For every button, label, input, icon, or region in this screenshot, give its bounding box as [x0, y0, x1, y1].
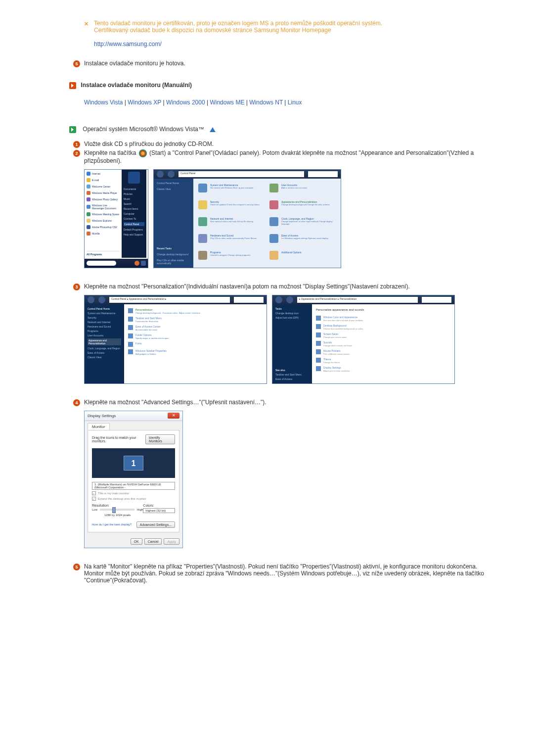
cp-side-classic: Classic View: [157, 188, 190, 190]
os-title-text: Operační systém Microsoft® Windows Vista…: [83, 126, 204, 133]
display-settings-window: Display Settings ✕ Monitor Drag the icon…: [84, 411, 183, 548]
cp-cat-additional: Additional Options: [269, 251, 336, 263]
ds-close-icon: ✕: [168, 413, 179, 419]
cp-cat-appearance: Appearance and PersonalizationChange des…: [269, 200, 336, 212]
sm-r-connect: Connect To: [124, 217, 144, 220]
cp-side-home: Control Panel Home: [157, 182, 190, 185]
pw-back-icon: [275, 296, 282, 303]
aw-side-2: Security: [88, 316, 121, 319]
badge-4: 4: [73, 399, 80, 406]
aw-side-4: Hardware and Sound: [88, 325, 121, 328]
badge-5b: 5: [73, 564, 80, 570]
os-links-row: Windows Vista | Windows XP | Windows 200…: [84, 99, 494, 106]
sm-avatar: [128, 172, 140, 184]
ds-cb-main: ✓This is my main monitor: [92, 491, 175, 495]
samsung-link[interactable]: http://www.samsung.com/: [94, 41, 162, 47]
aw-item-folder: Folder OptionsSpecify single- or double-…: [128, 333, 263, 339]
cp-cat-ease: Ease of AccessLet Windows suggest settin…: [269, 234, 336, 246]
ds-help-link: How do I get the best display?: [92, 523, 132, 526]
section-arrow-icon: [69, 82, 76, 89]
personalization-window: ▸ Appearance and Personalization ▸ Perso…: [272, 295, 455, 384]
sm-r-controlpanel: Control Panel: [124, 222, 144, 226]
cp-cat-network: Network and InternetView network status …: [198, 217, 265, 229]
pw-item-theme: ThemeChange the theme.: [316, 358, 450, 364]
pw-side-sa1: Taskbar and Start Menu: [275, 373, 309, 376]
aw-fwd-icon: [98, 296, 105, 303]
sm-r-computer: Computer: [124, 212, 144, 215]
start-menu-window: Internet E-mail Welcome Center Windows M…: [84, 169, 148, 268]
sm-r-search: Search: [124, 202, 144, 205]
ds-monitor-1: 1: [124, 456, 143, 471]
pw-item-sounds: SoundsChange which sounds are heard.: [316, 341, 450, 347]
aw-side-9: Ease of Access: [88, 351, 121, 354]
aw-address: Control Panel ▸ Appearance and Personali…: [109, 297, 230, 303]
sm-item-explorer: Windows Explorer: [87, 219, 120, 223]
sm-all-programs: All Programs: [87, 251, 120, 256]
collapse-icon[interactable]: [210, 127, 216, 132]
link-xp[interactable]: Windows XP: [128, 99, 161, 106]
note-x-marker: ✕: [84, 21, 89, 27]
pw-side-tasks: Tasks: [275, 307, 309, 310]
cp-search: [308, 171, 338, 177]
step5-top-text: Instalace ovladače monitoru je hotova.: [84, 60, 185, 67]
step5-text: Na kartě "Monitor" klepněte na příkaz "P…: [84, 563, 484, 584]
step1-text: Vložte disk CD s příručkou do jednotky C…: [84, 141, 214, 147]
pw-item-ss: Screen SaverChange your screen saver.: [316, 332, 450, 338]
sm-item-messenger: Windows Live Messenger Document: [87, 204, 120, 210]
sm-search-input: [87, 261, 116, 266]
link-nt[interactable]: Windows NT: [249, 99, 283, 106]
aw-search: [234, 297, 264, 303]
cp-recent-tasks: Recent Tasks: [157, 247, 190, 250]
pw-item-display: Display SettingsAdjust your monitor reso…: [316, 366, 450, 372]
aw-item-fonts: Fonts: [128, 342, 263, 347]
cp-cat-programs: ProgramsUninstall a program Change start…: [198, 251, 265, 263]
link-2000[interactable]: Windows 2000: [166, 99, 205, 106]
sm-r-docs: Documents: [124, 188, 144, 190]
sm-lock-icon: [141, 261, 146, 266]
aw-side-10: Classic View: [88, 356, 121, 359]
sm-r-help: Help and Support: [124, 233, 144, 236]
sm-item-gallery: Windows Photo Gallery: [87, 197, 120, 201]
aw-side-5: Programs: [88, 330, 121, 332]
ds-title-text: Display Settings: [88, 414, 116, 418]
badge-3: 3: [73, 284, 80, 290]
cp-recent-1: Change desktop background: [157, 253, 190, 256]
aw-item-pers: PersonalizationChange desktop background…: [128, 308, 263, 314]
link-me[interactable]: Windows ME: [210, 99, 244, 106]
ds-resolution-label: Resolution:: [92, 504, 143, 507]
ds-low-label: Low: [92, 508, 97, 511]
sm-item-email: E-mail: [87, 178, 120, 182]
ds-device-dropdown: 1. (Multiple Monitors) on NVIDIA GeForce…: [92, 482, 175, 490]
sm-r-pics: Pictures: [124, 192, 144, 195]
badge-2: 2: [73, 150, 80, 157]
cp-cat-clock: Clock, Language, and RegionChange keyboa…: [269, 217, 336, 229]
ds-monitor-tab: Monitor: [88, 423, 110, 430]
ds-cb-extend: ✓Extend the desktop onto this monitor: [92, 497, 175, 501]
ds-monitor-area: 1: [92, 448, 175, 478]
sm-r-recent: Recent Items: [124, 207, 144, 210]
link-linux[interactable]: Linux: [288, 99, 302, 106]
pw-side-sa2: Ease of Access: [275, 378, 309, 380]
aw-side-3: Network and Internet: [88, 321, 121, 324]
ds-high-label: High: [137, 508, 143, 511]
pw-search: [422, 297, 451, 303]
pw-side-1: Change desktop icon: [275, 312, 309, 315]
control-panel-window: Control Panel Control Panel Home Classic…: [153, 169, 341, 268]
os-arrow-icon: [69, 126, 76, 133]
pw-item-mouse: Mouse PointersPick a different mouse poi…: [316, 349, 450, 355]
aw-side-home: Control Panel Home: [88, 307, 121, 310]
sm-power-icon: [134, 261, 139, 266]
badge-5: 5: [73, 60, 80, 67]
pw-fwd-icon: [286, 296, 293, 303]
cp-cat-hardware: Hardware and SoundPlay CDs or other medi…: [198, 234, 265, 246]
manual-install-heading: Instalace ovladače monitoru (Manuální): [81, 82, 192, 89]
aw-item-ease: Ease of Access CenterAccommodate low vis…: [128, 325, 263, 331]
sm-item-ps: Adobe Photoshop CS2: [87, 225, 120, 229]
sm-item-internet: Internet: [87, 172, 120, 176]
ds-cancel-button: Cancel: [144, 538, 162, 545]
cp-cat-users: User AccountsAdd or remove user accounts: [269, 184, 336, 195]
link-vista[interactable]: Windows Vista: [84, 99, 123, 106]
pw-item-color: Window Color and AppearanceFine tune the…: [316, 316, 450, 322]
cp-recent-2: Play CDs or other media automatically: [157, 259, 190, 265]
start-icon: [139, 149, 147, 157]
